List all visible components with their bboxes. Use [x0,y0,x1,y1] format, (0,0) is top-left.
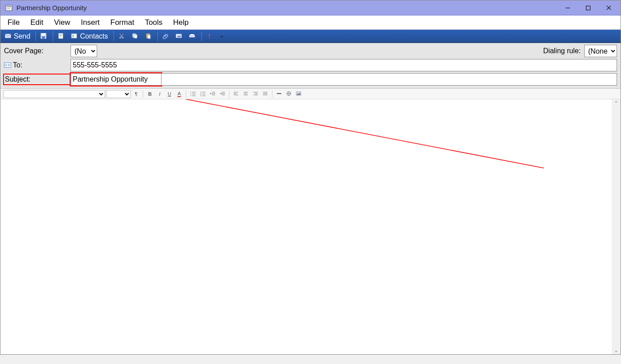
send-icon [5,33,12,40]
dialing-rule-label: Dialing rule: [543,47,581,55]
indent-button[interactable] [218,90,227,98]
menu-tools[interactable]: Tools [140,16,168,29]
formatting-toolbar: ¶ B I U A 123 [0,89,621,99]
menu-edit[interactable]: Edit [25,16,48,29]
align-right-button[interactable] [251,90,260,98]
italic-icon: I [159,91,160,97]
menu-help[interactable]: Help [168,16,194,29]
align-right-icon [253,91,258,97]
cut-icon [118,33,126,40]
svg-point-17 [73,35,74,36]
font-para-button[interactable]: ¶ [132,90,141,98]
priority-button[interactable] [204,31,216,42]
paste-button[interactable] [142,31,155,42]
subject-field[interactable] [71,73,161,86]
cover-page-label: Cover Page: [4,47,71,55]
svg-point-49 [200,95,201,96]
number-list-button[interactable]: 123 [189,90,197,98]
address-card-icon [4,62,11,68]
cover-page-select[interactable]: (No [71,45,97,57]
menu-insert[interactable]: Insert [75,16,105,29]
vertical-scrollbar[interactable]: ⌃ ⌄ [612,99,621,354]
fmt-separator [186,90,186,98]
message-body-area: ⌃ ⌄ [0,99,621,354]
bullet-list-icon [200,91,205,97]
svg-marker-51 [210,93,212,94]
attach-button[interactable] [160,31,172,42]
priority-icon [206,33,213,40]
picture-icon [176,33,183,40]
message-body[interactable] [4,101,611,351]
dialing-rule-select[interactable]: (None [584,45,617,57]
font-size-select[interactable] [106,90,131,98]
font-family-select[interactable] [3,90,105,98]
send-button[interactable]: Send [2,31,33,42]
insert-hr-button[interactable] [275,90,283,98]
fmt-separator [229,90,229,98]
svg-rect-11 [42,36,45,39]
menu-view[interactable]: View [49,16,76,29]
bold-icon: B [148,91,152,97]
subject-label: Subject: [4,74,71,84]
scanner-icon [189,33,196,40]
paste-icon [145,33,152,40]
page-icon [58,33,65,40]
align-justify-button[interactable] [261,90,270,98]
scroll-up-arrow[interactable]: ⌃ [612,99,620,107]
copy-button[interactable] [129,31,141,42]
toolbar-dropdown-button[interactable] [217,31,229,42]
fmt-separator [143,90,143,98]
svg-point-45 [200,92,201,93]
underline-button[interactable]: U [165,90,174,98]
scroll-down-arrow[interactable]: ⌄ [612,346,620,354]
contacts-button[interactable]: Contacts [68,31,110,42]
menu-format[interactable]: Format [105,16,140,29]
outdent-button[interactable] [208,90,217,98]
align-justify-icon [263,91,268,97]
scan-button[interactable] [186,31,199,42]
svg-rect-26 [148,35,150,39]
align-left-button[interactable] [232,90,240,98]
menu-file[interactable]: File [2,16,25,29]
bullet-list-button[interactable] [198,90,207,98]
svg-rect-25 [147,33,149,34]
toolbar-separator [201,31,202,41]
svg-point-32 [208,37,210,39]
to-field[interactable] [71,59,617,71]
maximize-button[interactable] [578,1,598,15]
image-icon [296,91,301,97]
close-button[interactable] [598,1,619,15]
save-icon [40,33,47,40]
save-button[interactable] [38,31,50,42]
hr-icon [276,91,282,97]
svg-point-21 [122,37,123,38]
toolbar-separator [35,31,36,41]
title-bar: Partnership Opportunity [0,0,621,16]
svg-rect-1 [7,6,11,7]
preview-button[interactable] [55,31,67,42]
italic-button[interactable]: I [155,90,164,98]
svg-rect-16 [71,34,77,38]
insert-link-button[interactable] [284,90,293,98]
font-color-button[interactable]: A [175,90,184,98]
to-label: To: [4,61,71,69]
toolbar-separator [53,31,53,41]
minimize-button[interactable] [558,1,578,15]
insert-image-button[interactable] [294,90,303,98]
menu-bar: File Edit View Insert Format Tools Help [0,16,621,30]
insert-picture-button[interactable] [173,31,185,42]
bold-button[interactable]: B [145,90,154,98]
subject-field-extension[interactable] [161,73,617,86]
svg-rect-35 [5,64,7,67]
number-list-icon: 123 [190,91,196,97]
paragraph-icon: ¶ [135,91,138,97]
align-center-icon [243,91,248,97]
fmt-separator [272,90,272,98]
svg-rect-5 [586,6,590,10]
cut-button[interactable] [116,31,128,42]
paperclip-icon [162,33,169,40]
svg-point-47 [200,94,201,94]
align-center-button[interactable] [241,90,250,98]
underline-icon: U [168,91,171,97]
toolbar-separator [114,31,114,41]
